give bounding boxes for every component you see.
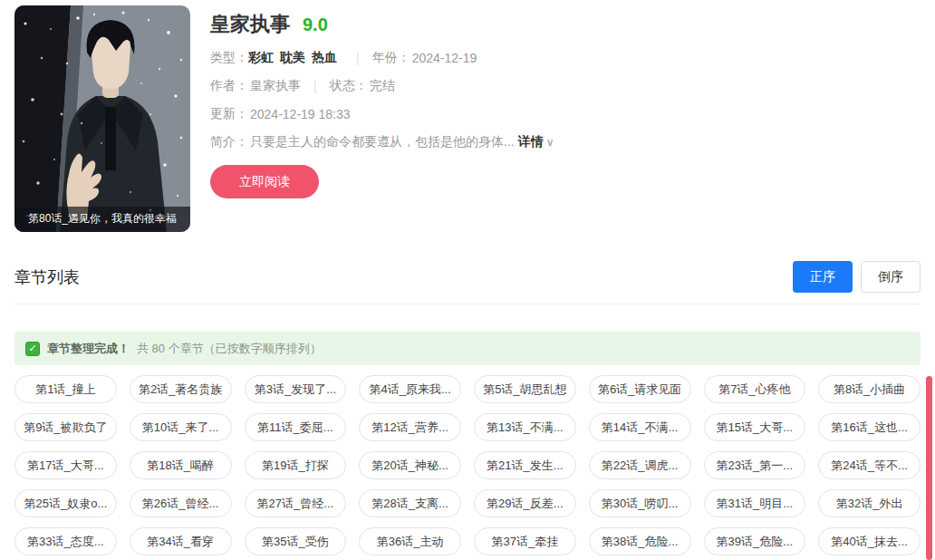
update-label: 更新：	[210, 106, 248, 122]
intro-text: 只要是主人的命令都要遵从，包括是他的身体...	[250, 134, 515, 150]
chapter-button[interactable]: 第20话_神秘...	[359, 451, 461, 479]
chapter-button[interactable]: 第18话_喝醉	[130, 451, 232, 479]
chapter-button[interactable]: 第12话_营养...	[359, 413, 461, 441]
meta-row-update: 更新： 2024-12-19 18:33	[210, 106, 554, 122]
chapter-button[interactable]: 第21话_发生...	[474, 451, 576, 479]
chapter-button[interactable]: 第37话_牵挂	[474, 527, 576, 555]
chapter-button[interactable]: 第30话_唠叨...	[589, 489, 691, 517]
chapter-button[interactable]: 第9话_被欺负了	[14, 413, 117, 441]
meta-row-intro: 简介： 只要是主人的命令都要遵从，包括是他的身体... 详情 ∨	[210, 134, 554, 150]
chapter-button[interactable]: 第40话_抹去...	[818, 527, 921, 555]
cover-art	[14, 5, 190, 232]
chapter-button[interactable]: 第32话_外出	[818, 489, 921, 517]
update-value: 2024-12-19 18:33	[250, 107, 351, 121]
chapters-ready-notice: ✓ 章节整理完成！ 共 80 个章节（已按数字顺序排列）	[14, 332, 921, 365]
chapter-button[interactable]: 第17话_大哥...	[14, 451, 117, 479]
rating-score: 9.0	[303, 14, 328, 35]
cover-caption: 第80话_遇见你，我真的很幸福	[14, 207, 190, 232]
chapter-button[interactable]: 第19话_打探	[245, 451, 347, 479]
chapter-button[interactable]: 第26话_曾经...	[130, 489, 232, 517]
chapter-button[interactable]: 第29话_反差...	[474, 489, 576, 517]
chapter-button[interactable]: 第36话_主动	[359, 527, 461, 555]
chapter-button[interactable]: 第6话_请求见面	[589, 375, 691, 403]
sort-desc-button[interactable]: 倒序	[861, 261, 921, 293]
read-now-button[interactable]: 立即阅读	[210, 165, 319, 198]
author-value: 皇家执事	[250, 78, 301, 94]
tag-link[interactable]: 热血	[312, 50, 337, 66]
chapter-button[interactable]: 第11话_委屈...	[245, 413, 347, 441]
section-divider	[14, 304, 921, 304]
chapter-button[interactable]: 第16话_这也...	[818, 413, 921, 441]
chapter-button[interactable]: 第31话_明目...	[704, 489, 806, 517]
detail-header: 第80话_遇见你，我真的很幸福 皇家执事 9.0 类型： 彩虹 耽美 热血 | …	[14, 5, 921, 232]
chapter-button[interactable]: 第8话_小插曲	[818, 375, 921, 403]
chapter-button[interactable]: 第4话_原来我...	[359, 375, 461, 403]
chapter-grid: 第1话_撞上 第2话_著名贵族 第3话_发现了... 第4话_原来我... 第5…	[14, 375, 921, 555]
chapter-list-title: 章节列表	[14, 266, 80, 288]
sort-asc-button[interactable]: 正序	[793, 261, 853, 293]
author-label: 作者：	[210, 78, 248, 94]
chapter-button[interactable]: 第28话_支离...	[359, 489, 461, 517]
chapter-button[interactable]: 第33话_态度...	[14, 527, 117, 555]
chapter-button[interactable]: 第7话_心疼他	[704, 375, 806, 403]
chapter-button[interactable]: 第34话_看穿	[130, 527, 232, 555]
chapter-button[interactable]: 第38话_危险...	[589, 527, 691, 555]
chapter-button[interactable]: 第24话_等不...	[818, 451, 921, 479]
chapter-button[interactable]: 第27话_曾经...	[245, 489, 347, 517]
meta-separator: |	[313, 79, 317, 93]
chapter-button[interactable]: 第25话_奴隶o...	[14, 489, 117, 517]
status-value: 完结	[370, 78, 395, 94]
notice-bold-text: 章节整理完成！	[47, 341, 130, 357]
sort-button-group: 正序 倒序	[793, 261, 921, 293]
meta-row-author-status: 作者： 皇家执事 | 状态： 完结	[210, 78, 554, 94]
chapter-button[interactable]: 第2话_著名贵族	[130, 375, 232, 403]
page-title: 皇家执事	[210, 11, 290, 38]
chapter-button[interactable]: 第1话_撞上	[14, 375, 117, 403]
chapter-button[interactable]: 第22话_调虎...	[589, 451, 691, 479]
type-label: 类型：	[210, 50, 248, 66]
year-value: 2024-12-19	[412, 51, 477, 65]
comic-detail-page: 第80话_遇见你，我真的很幸福 皇家执事 9.0 类型： 彩虹 耽美 热血 | …	[0, 0, 935, 560]
tag-link[interactable]: 耽美	[280, 50, 305, 66]
year-label: 年份：	[372, 50, 410, 66]
chapter-button[interactable]: 第10话_来了...	[130, 413, 232, 441]
chapter-button[interactable]: 第5话_胡思乱想	[474, 375, 576, 403]
chevron-down-icon[interactable]: ∨	[546, 136, 554, 149]
meta-separator: |	[356, 51, 360, 65]
status-label: 状态：	[330, 78, 368, 94]
chapter-button[interactable]: 第39话_危险...	[704, 527, 806, 555]
meta-row-type-year: 类型： 彩虹 耽美 热血 | 年份： 2024-12-19	[210, 50, 554, 66]
chapter-button[interactable]: 第15话_大哥...	[704, 413, 806, 441]
chapter-button[interactable]: 第13话_不满...	[474, 413, 576, 441]
chapter-button[interactable]: 第23话_第一...	[704, 451, 806, 479]
detail-expand-link[interactable]: 详情	[518, 134, 544, 150]
check-icon: ✓	[25, 342, 40, 356]
notice-count-text: 共 80 个章节（已按数字顺序排列）	[137, 341, 322, 357]
chapter-button[interactable]: 第14话_不满...	[589, 413, 691, 441]
comic-cover[interactable]: 第80话_遇见你，我真的很幸福	[14, 5, 190, 232]
intro-label: 简介：	[210, 134, 248, 150]
comic-info: 皇家执事 9.0 类型： 彩虹 耽美 热血 | 年份： 2024-12-19 作…	[210, 5, 554, 232]
tag-link[interactable]: 彩虹	[248, 50, 274, 66]
chapter-button[interactable]: 第35话_受伤	[245, 527, 347, 555]
scrollbar-thumb[interactable]	[926, 376, 932, 560]
chapter-section-header: 章节列表 正序 倒序	[14, 261, 921, 293]
chapter-button[interactable]: 第3话_发现了...	[245, 375, 347, 403]
